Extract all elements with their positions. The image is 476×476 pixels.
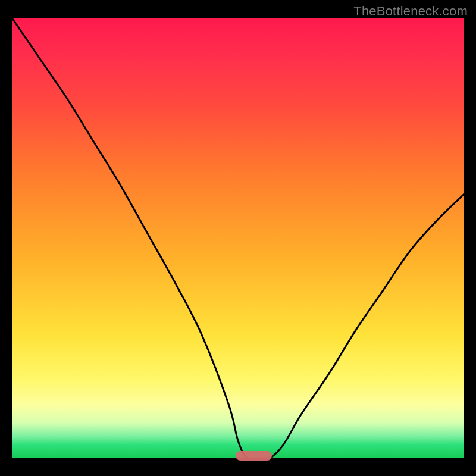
- watermark-text: TheBottleneck.com: [353, 4, 468, 19]
- bottleneck-curve: [12, 18, 464, 459]
- minimum-marker: [236, 451, 272, 461]
- plot-area: [12, 18, 464, 458]
- chart-frame: TheBottleneck.com: [0, 0, 476, 476]
- curve-svg: [12, 18, 464, 458]
